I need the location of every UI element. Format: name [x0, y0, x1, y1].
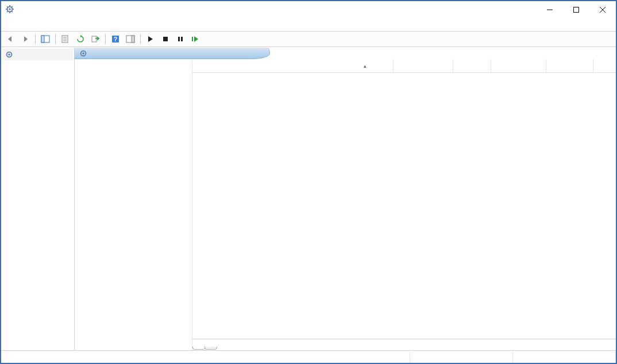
close-button[interactable]: [589, 1, 616, 18]
svg-rect-15: [41, 36, 44, 42]
minimize-button[interactable]: [537, 1, 563, 18]
detail-pane: [75, 59, 192, 350]
gear-icon: [79, 49, 87, 57]
svg-rect-27: [181, 37, 183, 41]
col-header-logon[interactable]: [546, 59, 593, 72]
right-header: [75, 48, 270, 59]
svg-line-7: [11, 11, 13, 12]
svg-rect-25: [163, 37, 168, 41]
title-bar: [1, 1, 616, 18]
help-button[interactable]: ?: [109, 33, 122, 45]
properties-button[interactable]: [59, 33, 72, 45]
col-header-startup[interactable]: [491, 59, 546, 72]
col-header-description[interactable]: [394, 59, 453, 72]
status-cell: [513, 351, 616, 363]
svg-point-32: [82, 52, 84, 55]
svg-rect-28: [192, 37, 193, 41]
svg-point-30: [8, 53, 10, 56]
status-bar: [1, 350, 616, 363]
start-service-button[interactable]: [144, 33, 157, 45]
status-cell: [1, 351, 410, 363]
col-header-name[interactable]: ▴: [192, 59, 394, 72]
restart-service-button[interactable]: [188, 33, 202, 45]
svg-rect-11: [574, 7, 579, 13]
pause-service-button[interactable]: [173, 33, 187, 45]
tab-standard[interactable]: [205, 347, 217, 350]
sort-asc-icon: ▴: [364, 63, 367, 69]
svg-line-9: [11, 6, 13, 7]
forward-button[interactable]: [18, 33, 32, 45]
menu-action[interactable]: [17, 24, 22, 26]
back-button[interactable]: [3, 33, 17, 45]
menu-view[interactable]: [30, 24, 34, 26]
tab-extended[interactable]: [192, 346, 205, 350]
col-header-status[interactable]: [453, 59, 491, 72]
maximize-button[interactable]: [563, 1, 589, 18]
show-hide-tree-button[interactable]: [38, 33, 52, 45]
export-button[interactable]: [88, 33, 102, 45]
svg-rect-24: [132, 36, 134, 42]
toolbar: ?: [1, 31, 616, 47]
app-icon: [6, 5, 14, 15]
list-body[interactable]: [192, 73, 616, 339]
menu-file[interactable]: [5, 24, 9, 26]
refresh-button[interactable]: [74, 33, 87, 45]
view-tabs: [192, 339, 616, 350]
stop-service-button[interactable]: [159, 33, 172, 45]
action-pane-button[interactable]: [124, 33, 137, 45]
svg-rect-20: [92, 36, 97, 42]
status-cell: [410, 351, 513, 363]
right-pane: ▴: [75, 48, 616, 350]
menu-bar: [1, 18, 616, 31]
list-header: ▴: [192, 59, 616, 73]
gear-icon: [5, 51, 13, 59]
tree-pane[interactable]: [1, 48, 75, 350]
list-pane: ▴: [192, 59, 616, 350]
menu-help[interactable]: [43, 24, 47, 26]
tree-root-node[interactable]: [2, 49, 73, 60]
svg-line-6: [7, 6, 8, 7]
svg-point-1: [9, 8, 11, 10]
main-body: ▴: [1, 47, 616, 350]
svg-rect-26: [178, 37, 180, 41]
svg-text:?: ?: [114, 36, 117, 42]
svg-line-8: [7, 11, 8, 12]
